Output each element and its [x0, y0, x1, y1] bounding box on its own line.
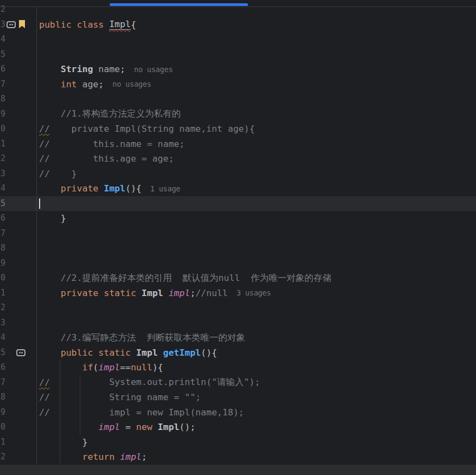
code-text: private Impl(){1 usage	[37, 181, 180, 196]
token: Impl	[136, 348, 163, 358]
token: //3.编写静态方法 判断获取本类唯一的对象	[61, 332, 245, 344]
code-line[interactable]: 26 if(impl==null){	[0, 360, 476, 375]
code-line[interactable]: 10// private Impl(String name,int age){	[0, 121, 476, 137]
code-line[interactable]: 22	[0, 300, 476, 316]
line-number[interactable]: 16	[0, 211, 5, 226]
line-number[interactable]: 8	[0, 92, 5, 107]
comment-icon[interactable]	[7, 21, 16, 28]
code-text	[37, 316, 39, 331]
line-number[interactable]: 27	[0, 375, 5, 390]
code-line[interactable]: 18	[0, 241, 476, 256]
code-line[interactable]: 29// impl = new Impl(name,18);	[0, 405, 476, 420]
code-line[interactable]: 30 impl = new Impl();	[0, 420, 476, 435]
line-number[interactable]: 7	[0, 77, 5, 92]
token: impl = new Impl(name,18);	[50, 407, 244, 418]
token: impl	[120, 452, 142, 462]
line-number[interactable]: 2	[0, 2, 5, 17]
line-number[interactable]: 19	[0, 256, 5, 271]
usage-hint[interactable]: 3 usages	[237, 288, 271, 297]
token: }	[39, 437, 87, 447]
code-line[interactable]: 28// String name = "";	[0, 390, 476, 405]
code-line[interactable]: 8	[0, 92, 476, 107]
token: Impl	[158, 422, 180, 432]
gutter-separator	[36, 7, 37, 464]
token: //	[39, 124, 50, 134]
line-number[interactable]: 26	[0, 360, 5, 375]
code-line[interactable]: 7 int age;no usages	[0, 77, 476, 92]
code-text	[37, 226, 39, 241]
gutter-icons	[0, 345, 26, 361]
code-text: }	[37, 211, 66, 226]
line-number[interactable]: 28	[0, 390, 5, 405]
token	[39, 362, 82, 373]
code-line[interactable]: 12// this.age = age;	[0, 151, 476, 166]
comment-icon[interactable]	[16, 349, 26, 356]
bookmark-icon[interactable]	[18, 20, 26, 29]
code-text	[37, 241, 39, 256]
code-line[interactable]: 27// System.out.println("请输入");	[0, 375, 476, 390]
token: null	[131, 362, 153, 373]
code-text: return impl;	[37, 450, 147, 465]
token: new	[136, 422, 158, 432]
code-line[interactable]: 19	[0, 256, 476, 271]
token: //null	[195, 288, 228, 298]
code-line[interactable]: 32 return impl;	[0, 450, 476, 465]
line-number[interactable]: 22	[0, 300, 5, 316]
line-number[interactable]: 21	[0, 286, 5, 301]
code-line[interactable]: 4	[0, 32, 476, 47]
token	[93, 64, 98, 74]
token: private static	[61, 288, 142, 298]
usage-hint[interactable]: no usages	[134, 65, 173, 74]
line-number[interactable]: 15	[0, 196, 5, 211]
code-text	[37, 47, 39, 62]
line-number[interactable]: 18	[0, 241, 5, 256]
line-number[interactable]: 29	[0, 405, 5, 420]
line-number[interactable]: 10	[0, 121, 5, 137]
token: return	[82, 452, 120, 462]
code-line[interactable]: 20 //2.提前准备好本类的引用 默认值为null 作为唯一对象的存储	[0, 271, 476, 286]
code-line[interactable]: 17	[0, 226, 476, 241]
token: impl	[98, 422, 120, 432]
line-number[interactable]: 31	[0, 435, 5, 450]
usage-hint[interactable]: 1 usage	[150, 184, 181, 193]
code-line[interactable]: 6 String name;no usages	[0, 62, 476, 77]
code-line[interactable]: 25 public static Impl getImpl(){	[0, 345, 476, 361]
line-number[interactable]: 24	[0, 330, 5, 345]
line-number[interactable]: 23	[0, 316, 5, 331]
code-line[interactable]: 31 }	[0, 435, 476, 450]
code-line[interactable]: 5	[0, 47, 476, 62]
code-line[interactable]: 21 private static Impl impl;//null3 usag…	[0, 286, 476, 301]
code-line[interactable]: 13// }	[0, 166, 476, 182]
token: ();	[179, 422, 195, 432]
code-line[interactable]: 11// this.name = name;	[0, 137, 476, 152]
token: (){	[201, 348, 217, 358]
line-number[interactable]: 20	[0, 271, 5, 286]
code-text: // private Impl(String name,int age){	[37, 121, 255, 137]
line-number[interactable]: 32	[0, 450, 5, 465]
token: impl	[98, 362, 120, 373]
line-number[interactable]: 17	[0, 226, 5, 241]
code-text: String name;no usages	[37, 62, 173, 77]
code-line[interactable]: 24 //3.编写静态方法 判断获取本类唯一的对象	[0, 330, 476, 345]
token: }	[50, 169, 77, 179]
line-number[interactable]: 12	[0, 151, 5, 166]
code-line[interactable]: 9 //1.将构造方法定义为私有的	[0, 107, 476, 122]
code-line[interactable]: 23	[0, 316, 476, 331]
code-line[interactable]: 15	[0, 196, 476, 211]
code-line[interactable]: 3public class Impl{	[0, 17, 476, 33]
line-number[interactable]: 14	[0, 181, 5, 196]
line-number[interactable]: 6	[0, 62, 5, 77]
code-line[interactable]: 16 }	[0, 211, 476, 226]
code-line[interactable]: 14 private Impl(){1 usage	[0, 181, 476, 196]
line-number[interactable]: 5	[0, 47, 5, 62]
code-text	[37, 92, 39, 107]
usage-hint[interactable]: no usages	[112, 80, 151, 88]
token: public class	[39, 20, 109, 30]
line-number[interactable]: 9	[0, 107, 5, 122]
line-number[interactable]: 4	[0, 32, 5, 47]
line-number[interactable]: 13	[0, 166, 5, 182]
line-number[interactable]: 30	[0, 420, 5, 435]
line-number[interactable]: 11	[0, 137, 5, 152]
token	[39, 273, 61, 283]
token	[39, 288, 61, 298]
